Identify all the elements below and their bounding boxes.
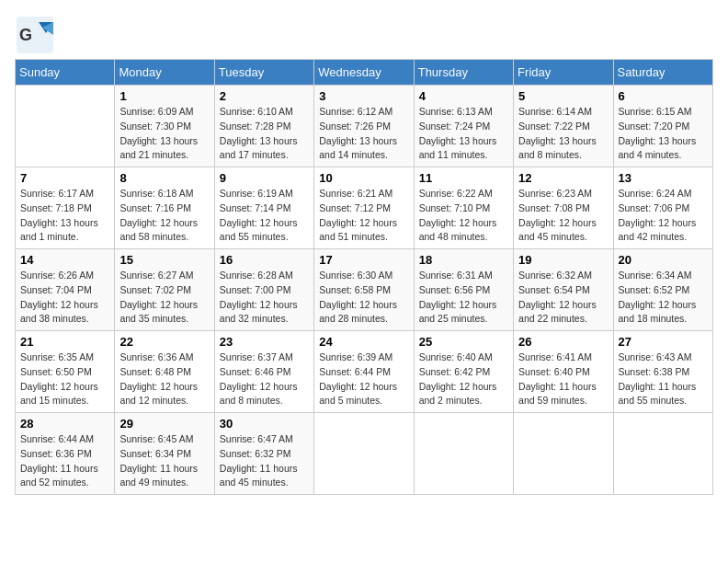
day-info: Sunrise: 6:15 AMSunset: 7:20 PMDaylight:… xyxy=(619,105,708,163)
day-info: Sunrise: 6:24 AMSunset: 7:06 PMDaylight:… xyxy=(619,187,708,245)
calendar-cell: 4Sunrise: 6:13 AMSunset: 7:24 PMDaylight… xyxy=(414,86,513,167)
calendar-cell: 14Sunrise: 6:26 AMSunset: 7:04 PMDayligh… xyxy=(16,249,115,331)
calendar-cell: 5Sunrise: 6:14 AMSunset: 7:22 PMDaylight… xyxy=(514,86,613,167)
calendar-cell: 22Sunrise: 6:36 AMSunset: 6:48 PMDayligh… xyxy=(115,331,214,413)
calendar-cell: 17Sunrise: 6:30 AMSunset: 6:58 PMDayligh… xyxy=(314,249,414,331)
day-info: Sunrise: 6:21 AMSunset: 7:12 PMDaylight:… xyxy=(319,187,408,245)
calendar-cell: 2Sunrise: 6:10 AMSunset: 7:28 PMDaylight… xyxy=(214,86,313,167)
day-info: Sunrise: 6:09 AMSunset: 7:30 PMDaylight:… xyxy=(119,105,209,163)
day-number: 16 xyxy=(220,253,309,267)
day-number: 9 xyxy=(220,171,309,185)
calendar-cell: 28Sunrise: 6:44 AMSunset: 6:36 PMDayligh… xyxy=(16,413,115,495)
day-info: Sunrise: 6:18 AMSunset: 7:16 PMDaylight:… xyxy=(119,187,209,245)
day-info: Sunrise: 6:10 AMSunset: 7:28 PMDaylight:… xyxy=(220,105,309,163)
day-info: Sunrise: 6:34 AMSunset: 6:52 PMDaylight:… xyxy=(619,269,708,327)
day-info: Sunrise: 6:26 AMSunset: 7:04 PMDaylight:… xyxy=(20,269,109,327)
logo-icon: G xyxy=(15,15,51,52)
calendar-cell: 11Sunrise: 6:22 AMSunset: 7:10 PMDayligh… xyxy=(414,167,513,249)
calendar-cell: 16Sunrise: 6:28 AMSunset: 7:00 PMDayligh… xyxy=(214,249,313,331)
calendar-cell: 7Sunrise: 6:17 AMSunset: 7:18 PMDaylight… xyxy=(16,167,115,249)
calendar-cell: 8Sunrise: 6:18 AMSunset: 7:16 PMDaylight… xyxy=(115,167,214,249)
day-info: Sunrise: 6:35 AMSunset: 6:50 PMDaylight:… xyxy=(20,350,109,408)
day-info: Sunrise: 6:30 AMSunset: 6:58 PMDaylight:… xyxy=(319,269,408,327)
calendar-cell: 15Sunrise: 6:27 AMSunset: 7:02 PMDayligh… xyxy=(115,249,214,331)
calendar-cell: 27Sunrise: 6:43 AMSunset: 6:38 PMDayligh… xyxy=(613,331,712,413)
calendar-cell: 23Sunrise: 6:37 AMSunset: 6:46 PMDayligh… xyxy=(214,331,313,413)
day-info: Sunrise: 6:44 AMSunset: 6:36 PMDaylight:… xyxy=(20,432,109,490)
week-row-2: 7Sunrise: 6:17 AMSunset: 7:18 PMDaylight… xyxy=(16,167,713,249)
calendar-cell: 24Sunrise: 6:39 AMSunset: 6:44 PMDayligh… xyxy=(314,331,414,413)
day-number: 21 xyxy=(20,335,109,349)
day-number: 10 xyxy=(319,171,408,185)
day-number: 17 xyxy=(319,253,408,267)
calendar-cell: 13Sunrise: 6:24 AMSunset: 7:06 PMDayligh… xyxy=(613,167,712,249)
day-info: Sunrise: 6:47 AMSunset: 6:32 PMDaylight:… xyxy=(220,432,309,490)
day-number: 22 xyxy=(119,335,209,349)
day-number: 3 xyxy=(319,89,408,103)
calendar-cell: 20Sunrise: 6:34 AMSunset: 6:52 PMDayligh… xyxy=(613,249,712,331)
calendar-cell: 9Sunrise: 6:19 AMSunset: 7:14 PMDaylight… xyxy=(214,167,313,249)
day-header-sunday: Sunday xyxy=(16,60,115,86)
day-number: 15 xyxy=(119,253,209,267)
calendar-cell xyxy=(514,413,613,495)
day-number: 19 xyxy=(518,253,608,267)
day-info: Sunrise: 6:23 AMSunset: 7:08 PMDaylight:… xyxy=(518,187,608,245)
day-number: 5 xyxy=(518,89,608,103)
day-info: Sunrise: 6:27 AMSunset: 7:02 PMDaylight:… xyxy=(119,269,209,327)
svg-text:G: G xyxy=(19,26,32,44)
day-info: Sunrise: 6:12 AMSunset: 7:26 PMDaylight:… xyxy=(319,105,408,163)
day-info: Sunrise: 6:45 AMSunset: 6:34 PMDaylight:… xyxy=(119,432,209,490)
day-number: 30 xyxy=(220,417,309,431)
day-number: 13 xyxy=(619,171,708,185)
day-number: 12 xyxy=(518,171,608,185)
day-info: Sunrise: 6:32 AMSunset: 6:54 PMDaylight:… xyxy=(518,269,608,327)
day-info: Sunrise: 6:39 AMSunset: 6:44 PMDaylight:… xyxy=(319,350,408,408)
calendar-cell: 19Sunrise: 6:32 AMSunset: 6:54 PMDayligh… xyxy=(514,249,613,331)
week-row-1: 1Sunrise: 6:09 AMSunset: 7:30 PMDaylight… xyxy=(16,86,713,167)
calendar-cell: 1Sunrise: 6:09 AMSunset: 7:30 PMDaylight… xyxy=(115,86,214,167)
day-header-monday: Monday xyxy=(115,60,214,86)
calendar-cell: 25Sunrise: 6:40 AMSunset: 6:42 PMDayligh… xyxy=(414,331,513,413)
page-header: G xyxy=(15,15,713,52)
day-info: Sunrise: 6:41 AMSunset: 6:40 PMDaylight:… xyxy=(518,350,608,408)
logo: G xyxy=(15,15,55,52)
day-number: 23 xyxy=(220,335,309,349)
day-info: Sunrise: 6:43 AMSunset: 6:38 PMDaylight:… xyxy=(619,350,708,408)
calendar-cell xyxy=(414,413,513,495)
day-header-friday: Friday xyxy=(514,60,613,86)
day-number: 24 xyxy=(319,335,408,349)
calendar-cell xyxy=(314,413,414,495)
week-row-3: 14Sunrise: 6:26 AMSunset: 7:04 PMDayligh… xyxy=(16,249,713,331)
day-number: 28 xyxy=(20,417,109,431)
day-number: 1 xyxy=(119,89,209,103)
day-number: 14 xyxy=(20,253,109,267)
calendar-cell: 30Sunrise: 6:47 AMSunset: 6:32 PMDayligh… xyxy=(214,413,313,495)
day-number: 26 xyxy=(518,335,608,349)
calendar-cell: 6Sunrise: 6:15 AMSunset: 7:20 PMDaylight… xyxy=(613,86,712,167)
calendar-cell: 26Sunrise: 6:41 AMSunset: 6:40 PMDayligh… xyxy=(514,331,613,413)
day-info: Sunrise: 6:19 AMSunset: 7:14 PMDaylight:… xyxy=(220,187,309,245)
day-header-tuesday: Tuesday xyxy=(214,60,313,86)
days-header-row: SundayMondayTuesdayWednesdayThursdayFrid… xyxy=(16,60,713,86)
calendar-cell xyxy=(613,413,712,495)
day-number: 7 xyxy=(20,171,109,185)
day-number: 20 xyxy=(619,253,708,267)
week-row-4: 21Sunrise: 6:35 AMSunset: 6:50 PMDayligh… xyxy=(16,331,713,413)
week-row-5: 28Sunrise: 6:44 AMSunset: 6:36 PMDayligh… xyxy=(16,413,713,495)
day-info: Sunrise: 6:13 AMSunset: 7:24 PMDaylight:… xyxy=(419,105,508,163)
calendar-cell: 3Sunrise: 6:12 AMSunset: 7:26 PMDaylight… xyxy=(314,86,414,167)
day-number: 4 xyxy=(419,89,508,103)
day-info: Sunrise: 6:22 AMSunset: 7:10 PMDaylight:… xyxy=(419,187,508,245)
day-header-wednesday: Wednesday xyxy=(314,60,414,86)
day-header-thursday: Thursday xyxy=(414,60,513,86)
day-number: 27 xyxy=(619,335,708,349)
calendar-cell: 18Sunrise: 6:31 AMSunset: 6:56 PMDayligh… xyxy=(414,249,513,331)
day-number: 6 xyxy=(619,89,708,103)
day-info: Sunrise: 6:17 AMSunset: 7:18 PMDaylight:… xyxy=(20,187,109,245)
calendar-cell: 29Sunrise: 6:45 AMSunset: 6:34 PMDayligh… xyxy=(115,413,214,495)
calendar-cell xyxy=(16,86,115,167)
day-number: 18 xyxy=(419,253,508,267)
calendar-table: SundayMondayTuesdayWednesdayThursdayFrid… xyxy=(15,59,713,495)
day-number: 29 xyxy=(119,417,209,431)
day-number: 11 xyxy=(419,171,508,185)
